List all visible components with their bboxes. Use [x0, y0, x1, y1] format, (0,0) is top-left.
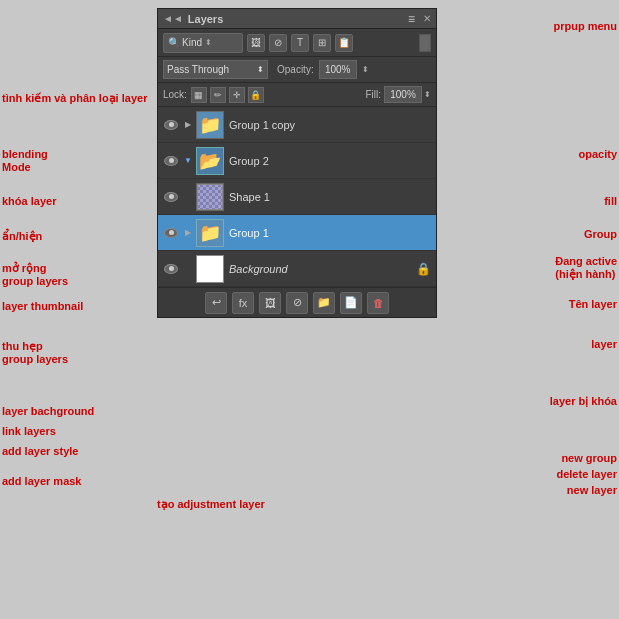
ann-an-hien: ẩn/hiện	[2, 230, 42, 243]
new-layer-btn[interactable]: 📄	[340, 292, 362, 314]
filter-icons: 🖼 ⊘ T ⊞ 📋	[247, 34, 353, 52]
blend-mode-arrow: ⬍	[257, 65, 264, 74]
layers-panel: ◄◄ Layers ≡ ✕ 🔍 Kind ⬍ 🖼 ⊘ T ⊞ 📋 Pass Th…	[157, 8, 437, 318]
folder-icon-group1: 📁	[199, 222, 221, 244]
ann-ten-layer: Tên layer	[569, 298, 617, 311]
lock-all-btn[interactable]: 🔒	[248, 87, 264, 103]
opacity-input[interactable]: 100%	[319, 60, 357, 79]
add-mask-btn[interactable]: 🖼	[259, 292, 281, 314]
ann-layer-label: layer	[591, 338, 617, 351]
lock-bar: Lock: ▦ ✏ ✛ 🔒 Fill: 100% ⬍	[158, 83, 436, 107]
shape-overlay	[197, 184, 223, 210]
ann-delete-layer: delete layer	[556, 468, 617, 481]
layer-name-group2: Group 2	[229, 155, 431, 167]
opacity-arrow: ⬍	[362, 65, 369, 74]
expand-background: ▶	[182, 263, 194, 275]
thumb-group1: 📁	[196, 219, 224, 247]
layers-list: ▶ 📁 Group 1 copy ▼ 📂 Group 2	[158, 107, 436, 287]
visibility-group1[interactable]	[163, 225, 179, 241]
fill-label: Fill:	[365, 89, 381, 100]
filter-search-dropdown[interactable]: 🔍 Kind ⬍	[163, 33, 243, 53]
blend-mode-dropdown[interactable]: Pass Through ⬍	[163, 60, 268, 79]
ann-new-layer: new layer	[567, 484, 617, 497]
ann-new-group: new group	[561, 452, 617, 465]
ann-blending-mode: blendingMode	[2, 148, 48, 174]
blend-bar: Pass Through ⬍ Opacity: 100% ⬍	[158, 57, 436, 83]
panel-titlebar-left: ◄◄ Layers	[163, 13, 223, 25]
lock-draw-btn[interactable]: ✏	[210, 87, 226, 103]
add-adjustment-btn[interactable]: ⊘	[286, 292, 308, 314]
visibility-group2[interactable]	[163, 153, 179, 169]
folder-icon-group1copy: 📁	[199, 114, 221, 136]
filter-shape-btn[interactable]: ⊞	[313, 34, 331, 52]
ann-dang-active: Đang active(hiện hành)	[555, 255, 617, 281]
thumb-shape1	[196, 183, 224, 211]
filter-adjustment-btn[interactable]: ⊘	[269, 34, 287, 52]
ann-link-layers: link layers	[2, 425, 56, 438]
collapse-icon[interactable]: ◄◄	[163, 13, 183, 24]
delete-layer-btn[interactable]: 🗑	[367, 292, 389, 314]
layer-name-group1: Group 1	[229, 227, 431, 239]
visibility-group1copy[interactable]	[163, 117, 179, 133]
expand-group2[interactable]: ▼	[182, 155, 194, 167]
eye-icon-group1	[164, 228, 178, 238]
filter-kind-label: Kind	[182, 37, 202, 48]
ann-tinh-kiem: tình kiếm và phân loại layer	[2, 92, 147, 105]
thumb-group2: 📂	[196, 147, 224, 175]
fill-input[interactable]: 100%	[384, 86, 422, 103]
eye-icon-background	[164, 264, 178, 274]
filter-type-btn[interactable]: T	[291, 34, 309, 52]
thumb-background	[196, 255, 224, 283]
blend-mode-value: Pass Through	[167, 64, 229, 75]
new-group-btn[interactable]: 📁	[313, 292, 335, 314]
layer-row-group1[interactable]: ▶ 📁 Group 1	[158, 215, 436, 251]
layer-name-background: Background	[229, 263, 412, 275]
eye-icon-shape1	[164, 192, 178, 202]
ann-layer-bi-khoa: layer bị khóa	[550, 395, 617, 408]
expand-shape1: ▶	[182, 191, 194, 203]
opacity-label: Opacity:	[277, 64, 314, 75]
ann-prpup-menu: prpup menu	[553, 20, 617, 33]
search-icon: 🔍	[168, 37, 180, 48]
ann-layer-background: layer bachground	[2, 405, 94, 418]
eye-icon-group1copy	[164, 120, 178, 130]
ann-opacity: opacity	[578, 148, 617, 161]
layer-row-group1copy[interactable]: ▶ 📁 Group 1 copy	[158, 107, 436, 143]
ann-thu-hep: thu hẹpgroup layers	[2, 340, 68, 366]
layer-name-group1copy: Group 1 copy	[229, 119, 431, 131]
filter-smart-btn[interactable]: 📋	[335, 34, 353, 52]
ann-layer-thumbnail: layer thumbnail	[2, 300, 83, 313]
filter-pixel-btn[interactable]: 🖼	[247, 34, 265, 52]
visibility-background[interactable]	[163, 261, 179, 277]
layer-row-shape1[interactable]: ▶ Shape 1	[158, 179, 436, 215]
lock-pixels-btn[interactable]: ▦	[191, 87, 207, 103]
filter-toggle[interactable]	[419, 34, 431, 52]
ann-add-layer-mask: add layer mask	[2, 475, 82, 488]
layer-row-group2[interactable]: ▼ 📂 Group 2	[158, 143, 436, 179]
eye-icon-group2	[164, 156, 178, 166]
layer-name-shape1: Shape 1	[229, 191, 431, 203]
panel-title: Layers	[188, 13, 223, 25]
filter-arrow-icon: ⬍	[205, 38, 212, 47]
folder-icon-group2: 📂	[199, 150, 221, 172]
visibility-shape1[interactable]	[163, 189, 179, 205]
layer-lock-background: 🔒	[416, 262, 431, 276]
link-layers-btn[interactable]: ↩	[205, 292, 227, 314]
layer-row-background[interactable]: ▶ Background 🔒	[158, 251, 436, 287]
close-icon[interactable]: ✕	[423, 13, 431, 24]
fill-value-text: 100%	[390, 89, 416, 100]
panel-titlebar: ◄◄ Layers ≡ ✕	[158, 9, 436, 29]
ann-group-label: Group	[584, 228, 617, 241]
expand-group1[interactable]: ▶	[182, 227, 194, 239]
expand-group1copy[interactable]: ▶	[182, 119, 194, 131]
filter-bar: 🔍 Kind ⬍ 🖼 ⊘ T ⊞ 📋	[158, 29, 436, 57]
lock-label: Lock:	[163, 89, 187, 100]
ann-khoa-layer: khóa layer	[2, 195, 56, 208]
lock-icons-group: ▦ ✏ ✛ 🔒	[191, 87, 264, 103]
panel-menu-icon[interactable]: ≡	[408, 12, 415, 26]
add-style-btn[interactable]: fx	[232, 292, 254, 314]
ann-add-layer-style: add layer style	[2, 445, 78, 458]
ann-mo-rong: mở rộnggroup layers	[2, 262, 68, 288]
fill-arrow: ⬍	[424, 90, 431, 99]
lock-move-btn[interactable]: ✛	[229, 87, 245, 103]
